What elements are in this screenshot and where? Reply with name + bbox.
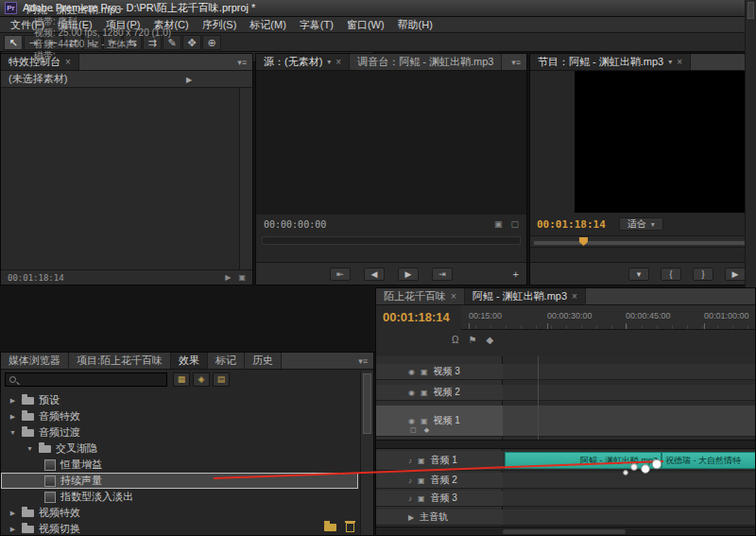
snap-toggle-icon[interactable]: Ω <box>452 335 458 345</box>
tab-source[interactable]: 源：(无素材) ▾ × <box>256 54 350 70</box>
twisty-collapsed-icon[interactable]: ▶ <box>9 510 17 517</box>
new-custom-bin-icon[interactable] <box>324 524 336 531</box>
track-header[interactable]: ♪ ▣ 音频 1 <box>376 451 503 471</box>
toggle-track-output-icon[interactable]: ♪ <box>408 457 412 465</box>
track-header[interactable]: ◉ ▣ 视频 2 <box>376 385 503 401</box>
twisty-collapsed-icon[interactable]: ▶ <box>9 413 17 421</box>
panel-menu-icon[interactable]: ▾≡ <box>506 54 526 70</box>
twisty-collapsed-icon[interactable]: ▶ <box>408 513 414 522</box>
track-lane[interactable] <box>503 510 755 526</box>
source-zoom-scrollbar[interactable] <box>262 236 521 245</box>
twisty-expanded-icon[interactable]: ▼ <box>9 429 17 436</box>
tree-item-presets[interactable]: ▶ 预设 <box>1 392 358 408</box>
go-to-out-button[interactable]: } <box>693 268 713 281</box>
twisty-collapsed-icon[interactable]: ▶ <box>9 397 17 405</box>
tree-item-video-effects[interactable]: ▶ 视频特效 <box>1 505 358 521</box>
go-to-end-button[interactable]: ⇥ <box>432 268 453 281</box>
tree-item-crossfade[interactable]: ▼ 交叉渐隐 <box>1 441 358 457</box>
output-settings-icon[interactable]: ▣ <box>494 219 503 229</box>
toggle-track-output-icon[interactable]: ♪ <box>408 476 412 485</box>
zoom-level-dropdown[interactable]: 适合 ▾ <box>619 217 663 231</box>
menu-marker[interactable]: 标记(M) <box>243 17 293 33</box>
filter-32bit-button[interactable]: ◈ <box>193 372 210 387</box>
set-display-style-icon[interactable]: ▣ <box>418 476 425 485</box>
audio-clip-1[interactable]: 阿鲲 - 渊虹出鞘.mp3 <box>505 452 662 469</box>
keyframes-icon[interactable]: ◆ <box>424 426 429 434</box>
play-button[interactable]: ▶ <box>725 268 746 281</box>
time-ruler[interactable]: 00:15:00 00:00:30:00 00:00:45:00 00:01:0… <box>461 305 755 330</box>
menu-title[interactable]: 字幕(T) <box>293 17 340 33</box>
menu-window[interactable]: 窗口(W) <box>340 17 391 33</box>
track-lane[interactable] <box>503 473 755 489</box>
track-header[interactable]: ▶ 主音轨 <box>376 510 503 526</box>
program-timecode[interactable]: 00:01:18:14 <box>537 218 606 231</box>
toggle-track-output-icon[interactable]: ◉ <box>408 417 415 425</box>
go-to-in-button[interactable]: { <box>661 268 681 281</box>
track-lane[interactable] <box>503 491 755 507</box>
track-lane[interactable] <box>503 364 755 380</box>
tab-markers[interactable]: 标记 <box>208 353 245 369</box>
menu-sequence[interactable]: 序列(S) <box>196 17 244 33</box>
track-header[interactable]: ♪ ▣ 音频 2 <box>376 473 503 489</box>
display-style-icon[interactable]: ▢ <box>410 426 417 434</box>
close-icon[interactable]: × <box>335 57 341 67</box>
set-display-style-icon[interactable]: ▣ <box>421 389 428 397</box>
hand-tool-button[interactable]: ✥ <box>182 35 201 50</box>
tab-sequence-1[interactable]: 陌上花千百味 × <box>376 288 465 304</box>
chevron-down-icon[interactable]: ▾ <box>668 58 672 66</box>
effects-scrollbar[interactable] <box>360 372 373 535</box>
track-lane[interactable] <box>503 385 755 401</box>
keyframe-icon[interactable]: ▣ <box>238 273 246 282</box>
tree-item-audio-effects[interactable]: ▶ 音频特效 <box>1 408 358 424</box>
clip-selector-header[interactable]: (未选择素材) ▶ <box>1 71 252 88</box>
track-header[interactable]: ◉ ▣ 视频 3 <box>376 364 503 380</box>
button-editor-icon[interactable]: + <box>513 268 519 280</box>
filter-accelerated-button[interactable]: ▦ <box>173 372 190 387</box>
track-header[interactable]: ♪ ▣ 音频 3 <box>376 491 503 507</box>
close-icon[interactable]: × <box>572 291 577 302</box>
effect-controls-scrollbar[interactable] <box>239 88 252 269</box>
play-icon[interactable]: ▶ <box>225 273 231 282</box>
step-back-button[interactable]: ◀ <box>364 268 385 281</box>
twisty-collapsed-icon[interactable]: ▶ <box>9 526 17 533</box>
program-scrub-bar[interactable] <box>530 235 755 248</box>
track-lane[interactable] <box>503 406 755 437</box>
close-icon[interactable]: × <box>65 57 71 67</box>
set-display-style-icon[interactable]: ▣ <box>421 368 428 376</box>
tree-item-exponential-fade[interactable]: 指数型淡入淡出 <box>1 489 358 505</box>
toggle-track-output-icon[interactable]: ◉ <box>408 368 415 376</box>
delete-icon[interactable] <box>346 523 354 532</box>
tree-item-constant-power[interactable]: 持续声量 <box>1 473 358 489</box>
tab-project[interactable]: 项目:陌上花千百味 <box>69 353 171 369</box>
tree-item-constant-gain[interactable]: 恒量增益 <box>1 457 358 473</box>
effects-search-input[interactable] <box>5 372 167 387</box>
tab-program[interactable]: 节目：阿鲲 - 渊虹出鞘.mp3 ▾ × <box>530 54 691 70</box>
menu-help[interactable]: 帮助(H) <box>391 17 439 33</box>
selection-tool-button[interactable]: ↖ <box>4 35 23 50</box>
tab-audio-mixer[interactable]: 调音台：阿鲲 - 渊虹出鞘.mp3 <box>350 54 502 70</box>
chevron-down-icon[interactable]: ▾ <box>327 58 331 66</box>
timeline-timecode[interactable]: 00:01:18:14 <box>383 310 450 324</box>
tab-media-browser[interactable]: 媒体浏览器 <box>1 353 69 369</box>
set-display-style-icon[interactable]: ▣ <box>421 417 428 425</box>
video-audio-splitter[interactable] <box>376 440 755 449</box>
audio-clip-2[interactable]: 祝德瑞 - 大自然情特 <box>662 452 755 469</box>
close-icon[interactable]: × <box>677 57 682 67</box>
toggle-track-output-icon[interactable]: ◉ <box>408 389 415 397</box>
viewable-area-bar[interactable] <box>534 241 751 245</box>
go-to-start-button[interactable]: ⇤ <box>330 268 351 281</box>
timeline-horizontal-scrollbar[interactable] <box>376 527 755 535</box>
panel-menu-icon[interactable]: ▾≡ <box>232 54 252 70</box>
export-frame-icon[interactable]: ▢ <box>510 219 519 229</box>
zoom-tool-button[interactable]: ⊕ <box>202 35 221 50</box>
add-marker-button[interactable]: ▾ <box>628 268 649 281</box>
close-icon[interactable]: × <box>451 291 456 302</box>
twisty-expanded-icon[interactable]: ▼ <box>26 445 34 452</box>
set-marker-icon[interactable]: ⚑ <box>468 335 476 345</box>
set-display-style-icon[interactable]: ▣ <box>418 494 425 503</box>
filter-yuv-button[interactable]: ▤ <box>213 372 230 387</box>
set-display-style-icon[interactable]: ▣ <box>418 457 425 465</box>
tab-history[interactable]: 历史 <box>245 353 282 369</box>
tab-sequence-2[interactable]: 阿鲲 - 渊虹出鞘.mp3 × <box>465 288 586 304</box>
track-lane[interactable]: 阿鲲 - 渊虹出鞘.mp3 祝德瑞 - 大自然情特 <box>503 451 755 471</box>
